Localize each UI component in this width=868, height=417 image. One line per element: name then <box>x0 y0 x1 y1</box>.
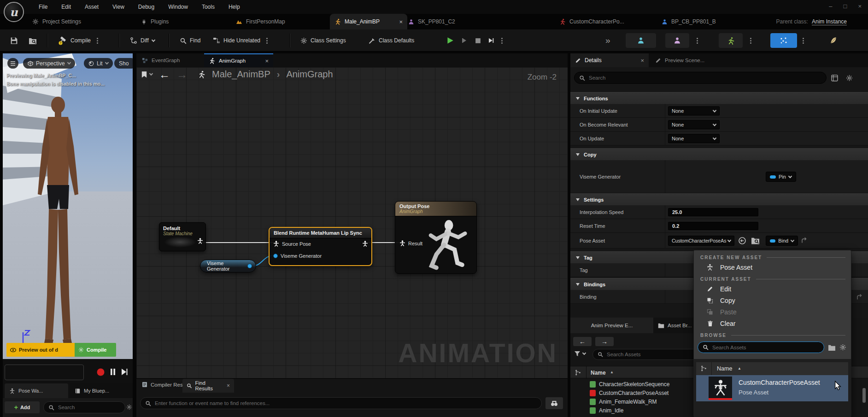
step-forward-button[interactable] <box>121 368 128 376</box>
tab-details[interactable]: Details × <box>570 53 649 67</box>
preview-out-of-date-button[interactable]: Preview out of d <box>6 343 75 357</box>
menu-asset-result-row[interactable]: CustomCharacterPoseAsset Pose Asset <box>696 375 848 401</box>
menu-item-edit[interactable]: Edit <box>694 283 851 295</box>
compile-options-icon[interactable] <box>97 40 98 41</box>
viewport-perspective-button[interactable]: Perspective <box>23 58 75 69</box>
object-pin-out-icon[interactable] <box>247 264 252 268</box>
class-settings-button[interactable]: Class Settings <box>300 29 346 52</box>
find-references-input[interactable] <box>154 400 537 406</box>
browse-to-asset-icon[interactable] <box>751 237 760 244</box>
preview-viewport[interactable]: Perspective Lit Sho Previewing Male_Anim… <box>3 53 133 417</box>
record-button[interactable] <box>96 368 105 377</box>
find-references-search[interactable] <box>140 397 542 409</box>
find-in-blueprints-button[interactable] <box>545 397 563 409</box>
tab-my-blueprint[interactable]: My Bluep... <box>70 383 133 398</box>
tab-project-settings[interactable]: Project Settings <box>28 14 86 29</box>
pose-pin-out-icon[interactable] <box>362 241 368 247</box>
close-tab-icon[interactable]: × <box>640 57 644 64</box>
parent-class-link[interactable]: Anim Instance <box>812 18 847 25</box>
history-back-button[interactable]: ← <box>573 337 592 346</box>
viseme-pin-select[interactable]: Pin <box>766 172 796 182</box>
interpolation-speed-input[interactable]: 25.0 <box>668 208 758 216</box>
browse-content-button[interactable] <box>29 29 37 52</box>
pose-asset-bind-button[interactable]: Bind <box>766 236 798 246</box>
save-button[interactable] <box>10 29 18 52</box>
use-selected-asset-icon[interactable] <box>738 237 746 245</box>
details-search-input[interactable] <box>588 75 821 81</box>
pose-watch-manager-button[interactable] <box>770 33 797 48</box>
reset-to-default-icon[interactable] <box>801 237 807 243</box>
details-settings-icon[interactable] <box>846 75 853 81</box>
on-update-select[interactable]: None <box>668 134 720 143</box>
menu-item-pose-asset[interactable]: Pose Asset <box>694 261 851 273</box>
close-tab-icon[interactable]: × <box>399 18 403 25</box>
reset-to-default-icon[interactable] <box>856 294 862 300</box>
timeline-scrubber[interactable] <box>5 365 84 380</box>
node-viseme-variable[interactable]: Viseme Generator <box>200 260 256 272</box>
menu-debug[interactable]: Debug <box>138 4 154 10</box>
add-button[interactable]: + Add <box>5 401 40 413</box>
menu-item-paste[interactable]: Paste <box>694 306 851 318</box>
class-defaults-button[interactable]: Class Defaults <box>369 29 414 52</box>
pose-pin-out-icon[interactable] <box>197 238 203 244</box>
graph-canvas[interactable]: ← → Male_AnimBP › AnimGraph Zoom -2 ANIM… <box>136 67 568 378</box>
node-blend-lipsync[interactable]: Blend Runtime MetaHuman Lip Sync Source … <box>269 227 372 266</box>
tab-eventgraph[interactable]: EventGraph <box>137 53 184 67</box>
pose-watch-options-icon[interactable] <box>803 29 804 52</box>
tab-find-results[interactable]: Find Results × <box>182 379 234 393</box>
preview-mesh-button[interactable] <box>665 33 689 48</box>
toolbar-overflow-button[interactable]: » <box>605 29 610 52</box>
tab-male-animbp[interactable]: Male_AnimBP × <box>330 14 407 29</box>
menu-help[interactable]: Help <box>229 4 240 10</box>
menu-view[interactable]: View <box>112 4 124 10</box>
asset-browser-search[interactable] <box>592 349 705 360</box>
find-button[interactable]: Find <box>180 29 200 52</box>
view-options-gear-icon[interactable] <box>839 344 846 351</box>
tab-pose-watch[interactable]: Pose Wa... <box>5 383 68 398</box>
pause-button[interactable] <box>110 368 116 376</box>
hide-unrelated-options-icon[interactable] <box>266 40 268 41</box>
menu-file[interactable]: File <box>39 4 47 10</box>
viewport-lit-button[interactable]: Lit <box>84 58 113 69</box>
tab-sk-pp801-c2[interactable]: SK_PP801_C2 <box>404 14 460 29</box>
pose-asset-select[interactable]: CustomCharacterPoseAs <box>668 236 734 246</box>
tab-firstpersonmap[interactable]: FirstPersonMap <box>231 14 290 29</box>
on-initial-update-select[interactable]: None <box>668 106 720 116</box>
section-settings[interactable]: Settings <box>570 193 868 205</box>
asset-browser-search-input[interactable] <box>606 351 700 358</box>
editor-mode-button[interactable] <box>829 29 838 52</box>
details-search[interactable] <box>574 72 827 84</box>
menu-tools[interactable]: Tools <box>202 4 215 10</box>
close-tab-icon[interactable]: × <box>265 58 269 64</box>
menu-asset-search-input[interactable] <box>711 344 819 351</box>
node-output-pose[interactable]: Output Pose AnimGraph Result <box>395 201 477 274</box>
viewport-compile-button[interactable]: Compile <box>75 343 116 357</box>
stop-button[interactable] <box>475 29 481 52</box>
close-button[interactable]: × <box>858 3 862 10</box>
on-become-relevant-select[interactable]: None <box>668 120 720 129</box>
preview-mesh-options-icon[interactable] <box>697 29 698 52</box>
tab-preview-scene[interactable]: Preview Scene... <box>651 53 727 67</box>
tab-plugins[interactable]: Plugins <box>136 14 173 29</box>
frame-skip-button[interactable] <box>461 29 468 52</box>
minimize-button[interactable]: – <box>829 3 832 10</box>
settings-gear-icon[interactable] <box>126 404 132 410</box>
details-scrollbar[interactable] <box>862 388 866 403</box>
tab-customcharacter[interactable]: CustomCharacterPo... <box>555 14 629 29</box>
section-functions[interactable]: Functions <box>570 92 868 104</box>
node-state-machine[interactable]: Default State Machine <box>159 222 206 251</box>
viewport-show-button[interactable]: Sho <box>114 58 133 69</box>
filter-button[interactable] <box>574 351 586 357</box>
pin-viseme-generator[interactable]: Viseme Generator <box>273 253 322 259</box>
diff-button[interactable]: Diff <box>130 29 155 52</box>
reset-time-input[interactable]: 0.2 <box>668 222 758 230</box>
play-button[interactable] <box>446 29 454 52</box>
preview-animation-options-icon[interactable] <box>750 29 751 52</box>
display-filter-icon[interactable] <box>831 75 838 81</box>
search-input[interactable] <box>57 404 120 411</box>
advance-button[interactable] <box>487 29 495 52</box>
preview-animation-button[interactable] <box>719 33 743 48</box>
menu-item-clear[interactable]: Clear <box>694 318 851 329</box>
compile-button[interactable]: ? Compile <box>58 29 98 52</box>
preview-instance-button[interactable] <box>626 33 656 48</box>
